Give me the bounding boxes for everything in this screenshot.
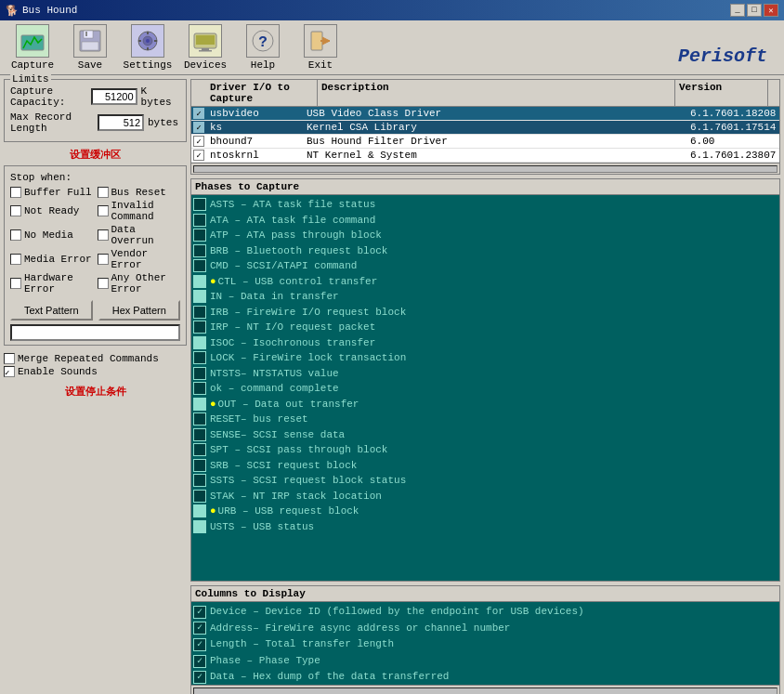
phase-item-spt: SPT – SCSI pass through block [193, 442, 777, 458]
phase-cb-urb[interactable] [193, 504, 206, 517]
stop-cb-bus-reset[interactable] [98, 187, 109, 198]
devices-icon [189, 24, 222, 58]
phase-item-ok: ok – command complete [193, 381, 777, 397]
merge-repeated-cb[interactable] [4, 353, 15, 364]
phase-item-brb: BRB – Bluetooth request block [193, 243, 777, 259]
hex-pattern-button[interactable]: Hex Pattern [98, 300, 181, 321]
driver-cb-ks[interactable]: ✓ [191, 121, 206, 134]
phase-cb-cmd[interactable] [193, 259, 206, 272]
stop-item-not-ready: Not Ready [10, 200, 94, 222]
phase-cb-asts[interactable] [193, 198, 206, 211]
col-cb-data[interactable] [193, 671, 206, 684]
phase-item-out: ● OUT – Data out transfer [193, 397, 777, 412]
capture-capacity-input[interactable] [91, 88, 137, 105]
devices-button[interactable]: Devices [180, 24, 230, 71]
phase-cb-isoc[interactable] [193, 336, 206, 349]
driver-name-ntoskrnl: ntoskrnl [206, 149, 303, 162]
save-button[interactable]: Save [65, 24, 115, 71]
phase-cb-atp[interactable] [193, 229, 206, 242]
phase-cb-out[interactable] [193, 398, 206, 411]
driver-ver-bhound7: 6.00 [686, 135, 779, 148]
stop-item-invalid-cmd: Invalid Command [98, 200, 181, 222]
exit-icon [304, 24, 337, 58]
phase-cb-ctl[interactable] [193, 275, 206, 288]
phase-cb-lock[interactable] [193, 351, 206, 364]
maximize-button[interactable]: □ [747, 4, 762, 17]
stop-cb-media-error[interactable] [10, 254, 21, 265]
phase-cb-spt[interactable] [193, 443, 206, 456]
close-button[interactable]: ✕ [764, 4, 778, 17]
col-cb-length[interactable] [193, 638, 206, 651]
minimize-button[interactable]: _ [730, 4, 745, 17]
driver-row-usbvideo: ✓ usbvideo USB Video Class Driver 6.1.76… [191, 107, 779, 121]
driver-cb-usbvideo[interactable]: ✓ [191, 107, 206, 120]
stop-when-title: Stop when: [10, 172, 180, 183]
driver-name-ks: ks [206, 121, 303, 134]
phase-cb-ntsts[interactable] [193, 367, 206, 380]
stop-cb-no-media[interactable] [10, 229, 21, 241]
exit-label: Exit [308, 59, 333, 71]
help-label: Help [251, 59, 275, 71]
phase-cb-reset[interactable] [193, 412, 206, 426]
col-cb-device[interactable] [193, 606, 206, 619]
driver-row-ntoskrnl: ✓ ntoskrnl NT Kernel & System 6.1.7601.2… [191, 149, 779, 163]
svg-rect-4 [85, 32, 87, 36]
stop-cb-invalid-cmd[interactable] [98, 205, 109, 216]
max-record-label: Max Record Length [10, 111, 94, 134]
svg-point-7 [146, 39, 150, 43]
misc-checks: Merge Repeated Commands ✓ Enable Sounds [4, 353, 187, 379]
phase-cb-ssts[interactable] [193, 474, 206, 487]
col-item-address: Address– FireWire async address or chann… [193, 621, 777, 637]
enable-sounds-item: ✓ Enable Sounds [4, 366, 187, 377]
stop-cb-not-ready[interactable] [10, 205, 21, 216]
stop-cb-vendor-error[interactable] [98, 254, 109, 265]
columns-header: Columns to Display [191, 586, 779, 602]
stop-item-vendor-error: Vendor Error [98, 248, 181, 270]
help-button[interactable]: ? Help [238, 24, 288, 71]
driver-desc-ks: Kernel CSA Library [303, 121, 686, 134]
title-bar-controls[interactable]: _ □ ✕ [730, 4, 778, 17]
stop-cb-any-error[interactable] [98, 278, 109, 289]
exit-button[interactable]: Exit [295, 24, 346, 71]
stop-cb-data-overrun[interactable] [98, 229, 109, 241]
phase-cb-in[interactable] [193, 290, 206, 303]
svg-rect-2 [84, 31, 93, 38]
phase-cb-ok[interactable] [193, 382, 206, 395]
stop-cb-buffer-full[interactable] [10, 187, 21, 198]
phase-cb-irb[interactable] [193, 306, 206, 319]
capture-capacity-unit: K bytes [141, 85, 180, 108]
phase-cb-sense[interactable] [193, 428, 206, 441]
phases-header: Phases to Capture [191, 179, 779, 195]
enable-sounds-cb[interactable]: ✓ [4, 366, 15, 377]
driver-cb-ntoskrnl[interactable]: ✓ [191, 149, 206, 162]
pattern-input[interactable] [10, 324, 180, 341]
phase-item-irb: IRB – FireWire I/O request block [193, 305, 777, 321]
phase-cb-srb[interactable] [193, 459, 206, 472]
driver-row-ks: ✓ ks Kernel CSA Library 6.1.7601.17514 [191, 121, 779, 135]
brand-logo: Perisoft [678, 46, 777, 71]
phase-item-reset: RESET– bus reset [193, 412, 777, 427]
text-pattern-button[interactable]: Text Pattern [10, 300, 93, 321]
settings-button[interactable]: Settings [123, 24, 173, 71]
stop-cb-hw-error[interactable] [10, 278, 21, 289]
phase-cb-usts[interactable] [193, 520, 206, 533]
phase-cb-stak[interactable] [193, 490, 206, 503]
driver-name-bhound7: bhound7 [206, 135, 303, 148]
stop-item-no-media: No Media [10, 224, 94, 246]
stop-item-data-overrun: Data Overrun [98, 224, 181, 246]
col-cb-phase[interactable] [193, 655, 206, 668]
phase-cb-ata[interactable] [193, 214, 206, 227]
max-record-input[interactable] [98, 114, 144, 131]
phase-item-ctl: ● CTL – USB control transfer [193, 274, 777, 290]
stop-item-media-error: Media Error [10, 248, 94, 270]
driver-cb-bhound7[interactable]: ✓ [191, 135, 206, 148]
capture-button[interactable]: Capture [7, 24, 58, 71]
capture-label: Capture [11, 59, 54, 71]
col-cb-address[interactable] [193, 622, 206, 635]
phase-cb-brb[interactable] [193, 244, 206, 257]
columns-hscroll [191, 685, 779, 694]
phase-item-srb: SRB – SCSI request block [193, 458, 777, 474]
col-item-device: Device – Device ID (followed by the endp… [193, 604, 777, 621]
phase-item-cmd: CMD – SCSI/ATAPI command [193, 258, 777, 274]
phase-cb-irp[interactable] [193, 321, 206, 334]
